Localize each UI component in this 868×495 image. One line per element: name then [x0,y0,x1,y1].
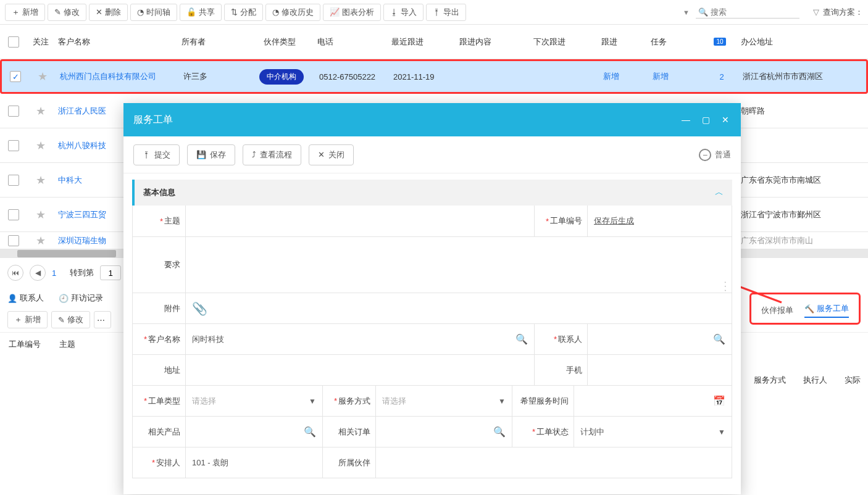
search-icon[interactable]: 🔍 [713,333,725,345]
resize-handle-icon[interactable]: ⋰ [718,280,731,293]
col-addr: 办公地址 [737,36,868,48]
followup-link[interactable]: 新增 [599,71,649,82]
timeline-button[interactable]: ◔ 时间轴 [130,4,177,21]
history-button[interactable]: ◔ 修改历史 [265,4,320,21]
search-input[interactable] [711,7,797,17]
label-attachment: 附件 [133,293,186,323]
section-title: 基本信息 [143,187,175,198]
service-mode-select[interactable]: 请选择 [382,396,406,407]
chevron-down-icon[interactable]: ▼ [718,428,725,436]
subject-input[interactable] [192,217,528,226]
addr-text: 浙江省宁波市市鄞州区 [737,209,868,220]
chart-button[interactable]: 📈 图表分析 [323,4,381,21]
minimize-icon[interactable]: — [680,114,691,125]
close-button[interactable]: ✕关闭 [309,144,354,165]
mobile-input[interactable] [594,365,725,375]
label-status: 工单状态 [512,417,574,447]
first-page-button[interactable]: ⏮ [7,265,23,281]
col-task: 任务 [647,36,703,48]
assign-button[interactable]: ⇅ 分配 [224,4,263,21]
star-icon[interactable]: ★ [36,173,46,187]
section-basic-info: 基本信息 ︿ [132,180,732,206]
col-next: 下次跟进 [530,36,598,48]
star-icon[interactable]: ★ [36,208,46,222]
chevron-down-icon[interactable]: ▼ [309,397,316,406]
subcol-orderno: 工单编号 [9,339,41,350]
attachment-icon[interactable]: 📎 [192,301,207,316]
type-pill: 中介机构 [259,69,304,85]
row-checkbox[interactable] [8,209,19,220]
delete-button[interactable]: ✕ 删除 [89,4,128,21]
label-order-type: 工单类型 [133,386,186,416]
row-checkbox[interactable]: ✓ [10,71,21,82]
order-type-select[interactable]: 请选择 [192,396,216,407]
search-icon[interactable]: 🔍 [515,333,528,345]
label-service-mode: 服务方式 [323,386,376,416]
star-icon[interactable]: ★ [36,104,46,118]
share-label: 共享 [199,7,215,18]
subcol-subject: 主题 [59,339,75,350]
share-button[interactable]: 🔓 共享 [180,4,222,21]
chevron-up-icon[interactable]: ︿ [715,187,724,198]
add-button[interactable]: ＋ 新增 [5,4,45,21]
row-checkbox[interactable] [8,175,19,186]
save-icon: 💾 [196,150,206,159]
dropdown-caret-icon[interactable]: ▼ [683,9,690,16]
tab-partner-quote[interactable]: 伙伴报单 [761,305,793,316]
scrollbar-thumb[interactable] [17,250,116,257]
submit-button[interactable]: ⭱提交 [133,144,180,165]
search-icon[interactable]: 🔍 [304,426,316,438]
phone-text: 0512-67505222 [315,72,390,81]
search-icon: 🔍 [698,7,708,17]
filter-scheme[interactable]: ▽ 查询方案： [813,7,863,18]
tab-visits[interactable]: 🕘拜访记录 [59,293,103,304]
maximize-icon[interactable]: ▢ [700,114,711,125]
save-button[interactable]: 💾保存 [187,144,235,165]
customer-name-link[interactable]: 杭州西门点自科技有限公司 [56,71,180,82]
orderno-value: 保存后生成 [594,215,634,227]
row-checkbox[interactable] [8,106,19,117]
prev-page-button[interactable]: ◀ [30,265,46,281]
requirement-input[interactable] [192,244,725,254]
label-assignee: 安排人 [133,447,186,478]
tab-contacts[interactable]: 👤联系人 [7,293,44,304]
row-checkbox[interactable] [8,235,19,246]
priority-normal[interactable]: −普通 [699,149,731,161]
star-icon[interactable]: ★ [36,234,46,248]
x-icon: ✕ [318,150,325,159]
address-input[interactable] [192,365,528,375]
label-subject: 主题 [133,206,186,236]
status-value[interactable]: 计划中 [580,426,604,438]
upload-icon: ⭱ [143,150,151,159]
view-flow-button[interactable]: ⤴查看流程 [243,144,301,165]
close-icon[interactable]: ✕ [720,114,731,125]
col-phone: 电话 [314,36,388,48]
calendar-icon[interactable]: 📅 [713,395,725,407]
tag-count[interactable]: 2 [704,72,739,81]
export-button[interactable]: ⭱ 导出 [426,4,466,21]
task-link[interactable]: 新增 [649,71,704,82]
chevron-down-icon[interactable]: ▼ [498,397,506,406]
import-button[interactable]: ⭳ 导入 [383,4,424,21]
star-icon[interactable]: ★ [36,139,46,152]
addr-text: 浙江省杭州市市西湖区 [739,71,866,82]
sub-edit-button[interactable]: ✎ 修改 [51,311,90,328]
table-row[interactable]: ✓ ★ 杭州西门点自科技有限公司 许三多 中介机构 0512-67505222 … [0,59,868,94]
sub-extra-button[interactable]: ⋯ [94,311,111,328]
partner-input[interactable] [382,458,725,467]
page-number: 1 [52,268,56,278]
share-icon: ⤴ [252,150,256,159]
expect-time-input[interactable] [580,396,725,406]
tab-service-order[interactable]: 🔨服务工单 [804,303,849,318]
label-contact: 联系人 [535,324,588,354]
sub-add-button[interactable]: ＋ 新增 [7,311,48,328]
goto-input[interactable] [100,265,121,280]
label-orderno: 工单编号 [535,206,588,236]
search-icon[interactable]: 🔍 [493,426,506,438]
form-table: 主题 工单编号 保存后生成 要求 ⋰ 附件 📎 客户名 [132,206,732,478]
row-checkbox[interactable] [8,140,19,151]
star-icon[interactable]: ★ [38,70,48,83]
edit-button[interactable]: ✎ 修改 [48,4,86,21]
select-all-checkbox[interactable] [8,36,19,48]
dialog-titlebar: 服务工单 — ▢ ✕ [123,103,741,136]
